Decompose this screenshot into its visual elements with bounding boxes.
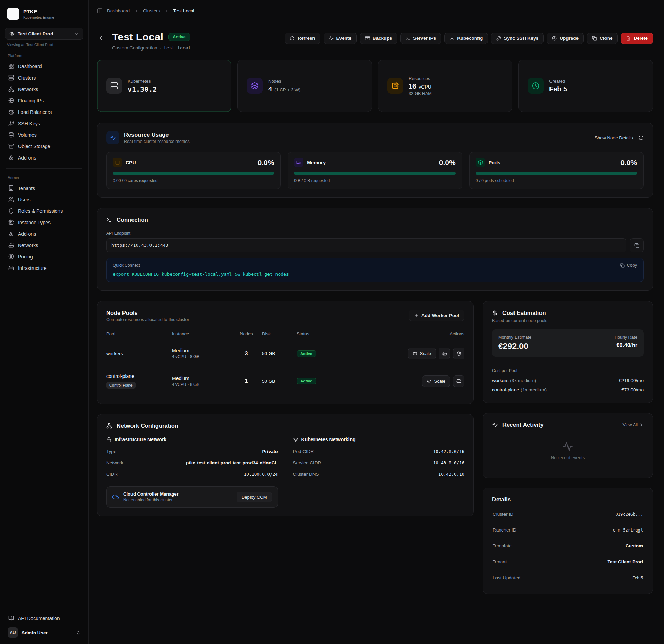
kubernetes-version: v1.30.2 [128,85,157,93]
layers-icon [251,82,258,90]
status-badge: Active [168,33,190,41]
sidebar-item-infrastructure[interactable]: Infrastructure [5,262,83,274]
breadcrumb-dashboard[interactable]: Dashboard [107,8,130,13]
eye-icon [9,31,15,36]
events-button[interactable]: Events [324,33,357,44]
sidebar-item-api-documentation[interactable]: API Documentation [5,613,83,624]
upgrade-button[interactable]: Upgrade [547,33,584,44]
node-pools-title: Node Pools [106,310,189,316]
sidebar-item-pricing[interactable]: Pricing [5,251,83,262]
sidebar-item-roles-permissions[interactable]: Roles & Permissions [5,205,83,217]
table-row-workers: workers Medium 4 vCPU · 8 GB 3 50 GB Act… [106,341,464,366]
service-cidr: 10.43.0.0/16 [433,460,464,465]
pool-settings-button[interactable] [453,348,464,359]
detail-row-rancher-id: Rancher ID c-m-5zrtrqgl [492,522,644,538]
empty-state: No recent events [492,428,644,469]
sidebar-item-volumes[interactable]: Volumes [5,129,83,140]
cpu-icon [115,160,120,165]
copy-command-button[interactable]: Copy [620,263,637,268]
sync-ssh-keys-button[interactable]: Sync SSH Keys [491,33,544,44]
terminal-icon [406,36,410,41]
node-pools-card: Node Pools Compute resources allocated t… [97,301,474,404]
nodes-card[interactable]: Nodes 4 (1 CP + 3 W) [237,60,372,112]
clone-button[interactable]: Clone [587,33,618,44]
kubernetes-card[interactable]: Kubernetes v1.30.2 [97,60,231,112]
avatar: AU [8,627,18,638]
sidebar-item-clusters[interactable]: Clusters [5,72,83,83]
created-card[interactable]: Created Feb 5 [518,60,653,112]
network-icon [8,86,14,92]
kubeconfig-button[interactable]: Kubeconfig [444,33,488,44]
pods-progress-bar [476,172,637,175]
sidebar-item-networks[interactable]: Networks [5,83,83,95]
network-name: ptke-test-client-prod-test-prod34-nHnnCL [186,460,278,465]
pool-nodes-button[interactable] [453,375,464,387]
deploy-ccm-button[interactable]: Deploy CCM [237,492,272,502]
addons-icon [8,155,14,161]
breadcrumb-clusters[interactable]: Clusters [143,8,160,13]
cluster-dns: 10.43.0.10 [438,472,464,477]
server-ips-button[interactable]: Server IPs [400,33,441,44]
scale-button[interactable]: Scale [422,375,450,387]
cluster-id-value: 019c2e6b... [616,512,643,517]
refresh-icon[interactable] [638,135,644,140]
plus-icon [414,313,419,318]
created-date: Feb 5 [549,85,567,93]
quick-connect-panel: Quick Connect Copy export KUBECONFIG=kub… [106,258,644,282]
gear-icon [456,351,461,356]
refresh-button[interactable]: Refresh [285,33,320,44]
chevron-right-icon [134,9,139,13]
pool-nodes-button[interactable] [439,348,450,359]
brand-logo [7,8,19,20]
tenant-value: Test Client Prod [607,559,643,564]
nav-section-platform: Platform [5,47,83,61]
user-menu[interactable]: AU Admin User [5,624,83,638]
info-cards: Kubernetes v1.30.2 Nodes 4 (1 CP + 3 W) [97,60,653,112]
sidebar-item-object-storage[interactable]: Object Storage [5,140,83,152]
back-button[interactable] [97,32,107,45]
sidebar-item-tenants[interactable]: Tenants [5,182,83,194]
layers-icon [478,160,483,165]
sidebar: PTKE Kubernetes Engine Test Client Prod … [0,0,89,644]
tenant-selector[interactable]: Test Client Prod [5,28,83,40]
backups-button[interactable]: Backups [360,33,397,44]
sidebar-item-users[interactable]: Users [5,194,83,205]
sidebar-item-admin-add-ons[interactable]: Add-ons [5,228,83,239]
terminal-icon [106,217,112,223]
view-all-link[interactable]: View All [622,423,644,427]
pod-cidr: 10.42.0.0/16 [433,449,464,454]
page-subtitle: Custom Configuration · test-local [112,45,191,51]
add-worker-pool-button[interactable]: Add Worker Pool [409,310,464,321]
key-icon [496,36,501,41]
network-cidr: 10.100.0.0/24 [244,472,278,477]
sidebar-item-ssh-keys[interactable]: SSH Keys [5,118,83,129]
activity-icon [492,422,498,428]
chevron-down-icon [74,31,79,36]
memory-progress-bar [294,172,455,175]
copy-endpoint-button[interactable] [630,238,644,252]
network-config-card: Network Configuration Infrastructure Net… [97,414,474,516]
show-node-details[interactable]: Show Node Details [594,135,644,140]
api-endpoint-value[interactable]: https://10.43.0.1:443 [106,238,626,252]
brand-subtitle: Kubernetes Engine [23,15,54,19]
sidebar-item-admin-networks[interactable]: Networks [5,239,83,251]
sidebar-item-floating-ips[interactable]: Floating IPs [5,95,83,106]
panel-left-icon[interactable] [97,8,103,14]
scale-button[interactable]: Scale [408,348,436,359]
disk-size: 50 GB [262,351,297,356]
detail-row-cluster-id: Cluster ID 019c2e6b... [492,506,644,522]
sidebar-item-dashboard[interactable]: Dashboard [5,61,83,72]
delete-button[interactable]: Delete [621,33,653,44]
pool-name: workers [106,351,172,356]
archive-icon [365,36,370,41]
details-card: Details Cluster ID 019c2e6b... Rancher I… [483,488,653,594]
connection-card: Connection API Endpoint https://10.43.0.… [97,208,653,291]
sidebar-item-instance-types[interactable]: Instance Types [5,217,83,228]
sidebar-item-add-ons[interactable]: Add-ons [5,152,83,163]
quick-connect-command[interactable]: export KUBECONFIG=kubeconfig-test-local.… [113,272,637,277]
sidebar-item-load-balancers[interactable]: Load Balancers [5,106,83,118]
cpu-metric: CPU 0.0% 0.00 / 0 cores requested [106,152,281,189]
wifi-icon [293,437,298,442]
nodes-count: 4 [268,85,272,93]
resources-card[interactable]: Resources 16 vCPU 32 GB RAM [378,60,512,112]
